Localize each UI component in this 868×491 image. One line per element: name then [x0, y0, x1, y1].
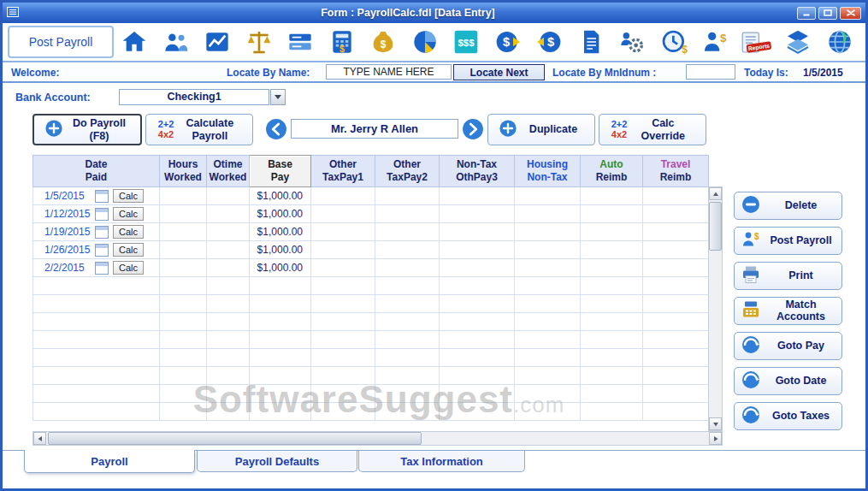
duplicate-button[interactable]: Duplicate	[487, 114, 595, 145]
previous-employee-arrow-icon[interactable]	[265, 118, 287, 140]
grid-cell[interactable]	[207, 277, 250, 295]
date-paid-cell[interactable]: 1/12/2015Calc	[33, 205, 160, 223]
grid-cell[interactable]	[643, 223, 709, 241]
home-icon[interactable]	[117, 25, 151, 59]
grid-cell[interactable]	[207, 259, 250, 277]
grid-cell[interactable]	[160, 349, 207, 367]
grid-cell[interactable]	[581, 277, 643, 295]
column-header-auto-reimb[interactable]: AutoReimb	[581, 156, 643, 187]
close-button[interactable]	[840, 7, 861, 20]
mnidnum-input[interactable]	[686, 64, 735, 80]
titlebar[interactable]: Form : PayrollCalc.fdl [Data Entry]	[3, 3, 865, 23]
grid-cell[interactable]	[515, 241, 581, 259]
grid-cell[interactable]	[375, 313, 440, 331]
grid-cell[interactable]	[515, 259, 581, 277]
tab-payroll[interactable]: Payroll	[24, 450, 195, 473]
grid-cell[interactable]	[440, 313, 515, 331]
grid-cell[interactable]	[207, 349, 250, 367]
grid-cell[interactable]	[515, 205, 581, 223]
chart-icon[interactable]	[200, 25, 234, 59]
calc-override-button[interactable]: 2+24x2 Calc Override	[599, 114, 706, 145]
tab-payroll-defaults[interactable]: Payroll Defaults	[197, 451, 357, 472]
column-header-date-paid[interactable]: DatePaid	[33, 156, 160, 187]
grid-cell[interactable]	[311, 385, 375, 403]
base-pay-cell[interactable]: $1,000.00	[250, 187, 311, 205]
checkbook-icon[interactable]	[283, 25, 317, 59]
employee-name-field[interactable]: Mr. Jerry R Allen	[291, 119, 458, 139]
grid-cell[interactable]	[375, 223, 440, 241]
date-paid-cell[interactable]: 1/26/2015Calc	[33, 241, 160, 259]
grid-cell[interactable]	[581, 403, 643, 421]
grid-cell[interactable]	[375, 295, 440, 313]
grid-cell[interactable]	[440, 277, 515, 295]
grid-cell[interactable]	[643, 385, 709, 403]
grid-cell[interactable]	[311, 223, 375, 241]
grid-cell[interactable]	[250, 385, 311, 403]
vertical-scrollbar[interactable]	[708, 186, 723, 431]
date-paid-cell[interactable]: 1/5/2015Calc	[33, 187, 160, 205]
match-accounts-button[interactable]: Match Accounts	[734, 297, 842, 325]
calendar-icon[interactable]	[95, 208, 109, 221]
grid-cell[interactable]	[311, 349, 375, 367]
grid-cell[interactable]	[160, 331, 207, 349]
delete-button[interactable]: Delete	[734, 192, 842, 220]
grid-cell[interactable]	[375, 403, 440, 421]
grid-cell[interactable]	[311, 259, 375, 277]
grid-cell[interactable]	[33, 349, 160, 367]
grid-cell[interactable]	[643, 403, 709, 421]
column-header-other-taxpay1[interactable]: OtherTaxPay1	[311, 156, 375, 187]
grid-cell[interactable]	[581, 259, 643, 277]
grid-cell[interactable]	[311, 403, 375, 421]
calculator-dollar-icon[interactable]: $	[325, 25, 359, 59]
calc-button[interactable]: Calc	[113, 243, 144, 257]
grid-cell[interactable]	[250, 349, 311, 367]
grid-cell[interactable]	[311, 187, 375, 205]
maximize-button[interactable]	[818, 7, 837, 20]
grid-cell[interactable]	[643, 277, 709, 295]
grid-cell[interactable]	[375, 205, 440, 223]
grid-cell[interactable]	[160, 367, 207, 385]
grid-cell[interactable]	[250, 403, 311, 421]
grid-cell[interactable]	[515, 313, 581, 331]
grid-cell[interactable]	[440, 205, 515, 223]
grid-cell[interactable]	[581, 205, 643, 223]
grid-cell[interactable]	[515, 331, 581, 349]
grid-cell[interactable]	[311, 295, 375, 313]
grid-cell[interactable]	[207, 241, 250, 259]
pie-chart-dollar-icon[interactable]	[408, 25, 442, 59]
minimize-button[interactable]	[797, 7, 816, 20]
post-payroll-button[interactable]: $ Post Payroll	[734, 227, 842, 255]
grid-cell[interactable]	[33, 313, 160, 331]
dollar-coin-in-icon[interactable]: $	[491, 25, 525, 59]
grid-cell[interactable]	[207, 187, 250, 205]
print-button[interactable]: Print	[734, 262, 842, 290]
goto-date-button[interactable]: Goto Date	[734, 367, 842, 395]
grid-cell[interactable]	[643, 367, 709, 385]
report-document-icon[interactable]	[574, 25, 608, 59]
payroll-grid-dollar-icon[interactable]: $$$	[449, 25, 483, 59]
calc-button[interactable]: Calc	[113, 225, 144, 239]
grid-cell[interactable]	[160, 295, 207, 313]
grid-cell[interactable]	[440, 187, 515, 205]
horizontal-scroll-thumb[interactable]	[48, 432, 422, 445]
goto-pay-button[interactable]: Goto Pay	[734, 332, 842, 360]
grid-cell[interactable]	[207, 313, 250, 331]
grid-cell[interactable]	[643, 205, 709, 223]
grid-cell[interactable]	[311, 205, 375, 223]
base-pay-cell[interactable]: $1,000.00	[250, 259, 311, 277]
grid-cell[interactable]	[311, 313, 375, 331]
grid-cell[interactable]	[581, 331, 643, 349]
grid-cell[interactable]	[375, 331, 440, 349]
grid-cell[interactable]	[440, 223, 515, 241]
grid-cell[interactable]	[33, 403, 160, 421]
grid-cell[interactable]	[515, 385, 581, 403]
grid-cell[interactable]	[33, 295, 160, 313]
grid-cell[interactable]	[375, 277, 440, 295]
grid-cell[interactable]	[581, 367, 643, 385]
do-payroll-button[interactable]: Do Payroll (F8)	[32, 114, 142, 145]
grid-cell[interactable]	[375, 349, 440, 367]
grid-cell[interactable]	[440, 241, 515, 259]
grid-cell[interactable]	[440, 259, 515, 277]
grid-cell[interactable]	[440, 367, 515, 385]
grid-cell[interactable]	[581, 241, 643, 259]
